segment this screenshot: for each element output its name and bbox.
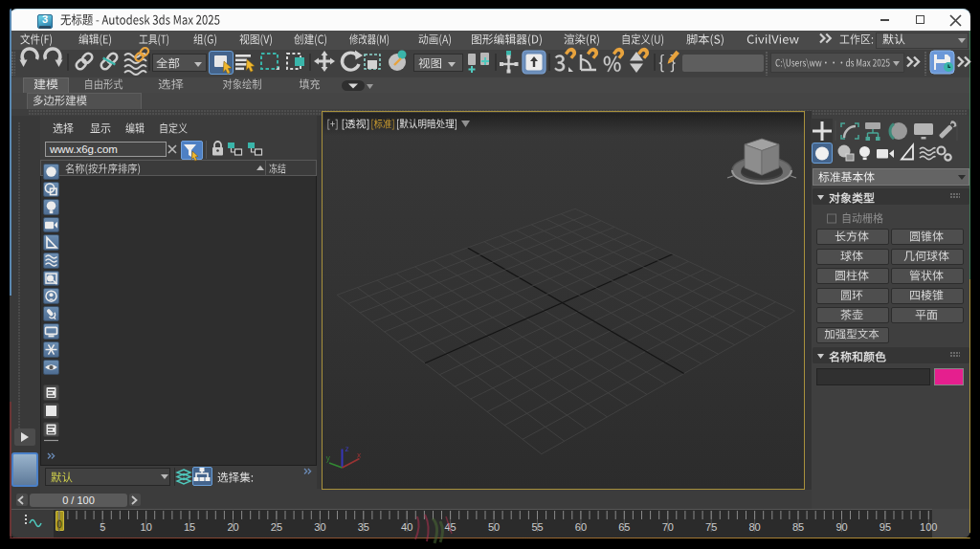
svg-text:35: 35 — [358, 521, 369, 533]
svg-text:5: 5 — [100, 521, 105, 533]
svg-text:85: 85 — [792, 521, 804, 533]
svg-text:40: 40 — [401, 521, 412, 533]
svg-text:50: 50 — [488, 521, 500, 533]
svg-text:100: 100 — [920, 521, 937, 533]
svg-text:90: 90 — [835, 521, 847, 533]
svg-text:70: 70 — [662, 521, 674, 533]
svg-text:75: 75 — [705, 521, 717, 533]
svg-text:25: 25 — [271, 521, 282, 533]
svg-text:10: 10 — [141, 521, 152, 533]
svg-text:95: 95 — [880, 521, 891, 533]
svg-text:60: 60 — [575, 521, 587, 533]
svg-text:55: 55 — [531, 521, 543, 533]
svg-text:15: 15 — [184, 521, 195, 533]
svg-text:80: 80 — [748, 521, 760, 533]
svg-text:20: 20 — [227, 521, 238, 533]
svg-text:65: 65 — [618, 521, 630, 533]
svg-text:30: 30 — [314, 521, 325, 533]
